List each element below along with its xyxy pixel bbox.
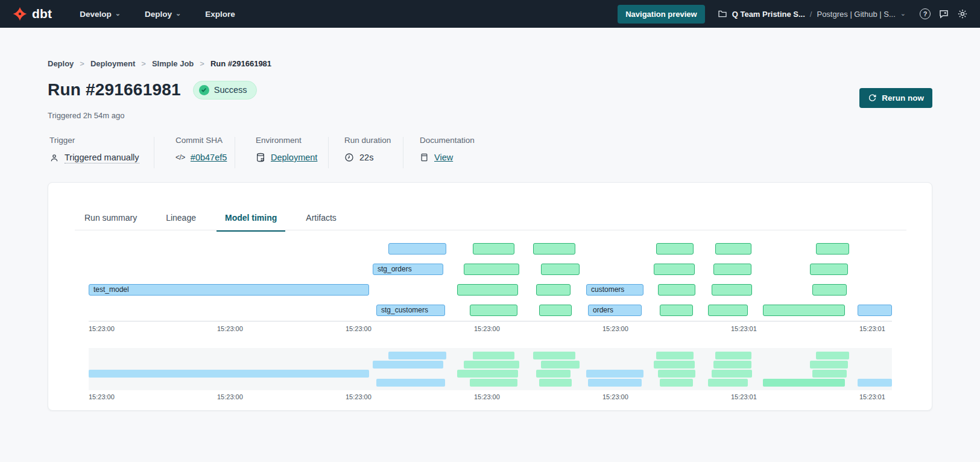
overview-bar (708, 379, 748, 387)
meta-label: Trigger (49, 136, 139, 145)
nav-menu-deploy[interactable]: Deploy ⌄ (145, 10, 181, 19)
gantt-bar[interactable] (715, 243, 751, 255)
overview-bar (816, 352, 849, 359)
breadcrumb-separator: > (80, 59, 84, 68)
code-icon: </> (175, 153, 185, 162)
overview-tick-label: 15:23:00 (474, 393, 500, 400)
breadcrumb-item[interactable]: Deploy (48, 59, 74, 68)
gantt-bar[interactable] (533, 243, 575, 255)
top-navbar: dbt Develop ⌄ Deploy ⌄ Explore Navigatio… (0, 0, 980, 28)
gantt-bar[interactable] (536, 284, 571, 296)
user-icon (49, 153, 59, 163)
status-badge: Success (193, 81, 257, 100)
run-duration-value: 22s (359, 153, 373, 162)
overview-bar (810, 361, 848, 369)
gantt-bar[interactable] (457, 284, 518, 296)
commit-sha-link[interactable]: #0b47ef5 (191, 153, 227, 162)
environment-name: Postgres | Github | S... (817, 10, 895, 19)
overview-bar (464, 361, 519, 369)
rerun-now-button[interactable]: Rerun now (859, 88, 932, 108)
overview-bar (656, 352, 694, 359)
project-switcher[interactable]: Q Team Pristine S... / Postgres | Github… (718, 9, 906, 19)
run-meta-row: Trigger Triggered manually Commit SHA </… (0, 136, 980, 169)
overview-bar (536, 370, 571, 378)
gantt-bar[interactable] (713, 264, 751, 275)
gantt-bar[interactable] (388, 243, 446, 255)
trigger-value[interactable]: Triggered manually (65, 153, 139, 163)
environment-link[interactable]: Deployment (271, 153, 317, 162)
status-label: Success (214, 85, 247, 95)
breadcrumb-item[interactable]: Deployment (90, 59, 135, 68)
overview-tick-label: 15:23:00 (217, 393, 243, 400)
nav-menu-label: Explore (205, 10, 235, 19)
project-separator: / (810, 10, 812, 19)
gantt-bar-stg_orders[interactable]: stg_orders (373, 264, 443, 275)
gantt-bar[interactable] (473, 243, 514, 255)
gantt-bar-test_model[interactable]: test_model (89, 284, 369, 296)
folder-icon (718, 9, 727, 19)
gantt-bar[interactable] (654, 264, 695, 275)
meta-trigger: Trigger Triggered manually (49, 136, 139, 163)
settings-gear-icon[interactable] (957, 8, 968, 19)
gantt-bar-customers[interactable]: customers (586, 284, 643, 296)
gantt-bar[interactable] (656, 243, 694, 255)
nav-menu-label: Deploy (145, 10, 172, 19)
overview-bar (660, 379, 693, 387)
gantt-bar[interactable] (470, 305, 517, 316)
gantt-bar[interactable] (464, 264, 519, 275)
divider (403, 137, 403, 168)
database-icon (256, 153, 265, 162)
gantt-bar[interactable] (712, 284, 752, 296)
overview-bar (713, 361, 751, 369)
meta-label: Run duration (344, 136, 391, 145)
gantt-bar[interactable] (660, 305, 693, 316)
meta-label: Documentation (420, 136, 475, 145)
documentation-view-link[interactable]: View (434, 153, 453, 162)
nav-menu-label: Develop (80, 10, 112, 19)
overview-tick-label: 15:23:00 (346, 393, 371, 400)
x-axis-tick-label: 15:23:00 (474, 325, 500, 332)
overview-bar-test_model (89, 370, 369, 378)
clock-icon (344, 153, 354, 162)
title-row: Run #291661981 Success (48, 80, 257, 100)
dbt-logo-text: dbt (32, 7, 52, 21)
overview-bar-customers (586, 370, 643, 378)
gantt-bar[interactable] (810, 264, 848, 275)
x-axis-tick-label: 15:23:01 (859, 325, 885, 332)
overview-bar-orders (588, 379, 642, 387)
breadcrumb-separator: > (141, 59, 146, 68)
overview-tick-label: 15:23:01 (731, 393, 757, 400)
chevron-down-icon: ⌄ (175, 10, 181, 17)
overview-bar (457, 370, 518, 378)
gantt-bar[interactable] (658, 284, 695, 296)
breadcrumb-item[interactable]: SImple Job (152, 59, 194, 68)
x-axis-tick-label: 15:23:00 (217, 325, 243, 332)
breadcrumb-separator: > (200, 59, 204, 68)
gantt-bar[interactable] (708, 305, 748, 316)
navigation-preview-button[interactable]: Navigation preview (618, 5, 704, 24)
gantt-bar[interactable] (816, 243, 849, 255)
overview-bar (763, 379, 845, 387)
gantt-bar-stg_customers[interactable]: stg_customers (376, 305, 445, 316)
gantt-bar[interactable] (812, 284, 847, 296)
nav-icons: ? (920, 8, 968, 19)
x-axis-tick-label: 15:23:01 (731, 325, 757, 332)
chevron-down-icon: ⌄ (900, 10, 906, 17)
divider (328, 137, 329, 168)
dbt-logo[interactable]: dbt (12, 6, 52, 22)
overview-bar (539, 379, 572, 387)
gantt-bar[interactable] (763, 305, 845, 316)
gantt-bar[interactable] (539, 305, 572, 316)
gantt-bar-orders[interactable]: orders (588, 305, 642, 316)
gantt-bar[interactable] (541, 264, 580, 275)
feedback-icon[interactable] (938, 8, 949, 19)
nav-menu-develop[interactable]: Develop ⌄ (80, 10, 121, 19)
help-icon[interactable]: ? (920, 8, 931, 19)
divider (235, 137, 235, 168)
overview-bar-stg_orders (373, 361, 443, 369)
overview-tick-label: 15:23:01 (859, 393, 885, 400)
gantt-bar[interactable] (858, 305, 892, 316)
overview-bar (388, 352, 446, 359)
nav-right: Navigation preview Q Team Pristine S... … (618, 5, 968, 24)
nav-menu-explore[interactable]: Explore (205, 10, 235, 19)
